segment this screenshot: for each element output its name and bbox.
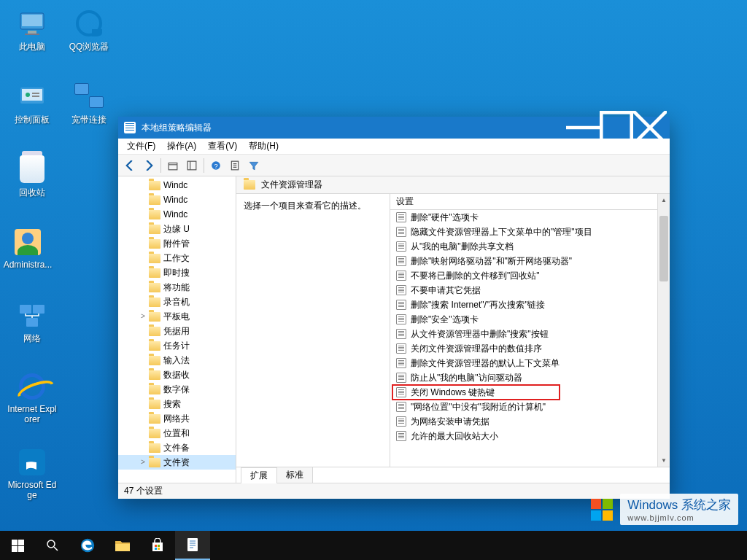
- svg-point-6: [26, 93, 30, 97]
- menu-item[interactable]: 帮助(H): [243, 139, 285, 154]
- panel-title: 文件资源管理器: [261, 179, 322, 191]
- policy-icon: [396, 256, 406, 266]
- column-header[interactable]: 设置: [390, 194, 670, 210]
- tree-node[interactable]: 网络共: [118, 411, 236, 426]
- policy-item[interactable]: 删除"映射网络驱动器"和"断开网络驱动器": [390, 254, 670, 268]
- properties-button[interactable]: [226, 157, 244, 174]
- policy-icon: [396, 212, 406, 222]
- filter-button[interactable]: [245, 157, 263, 174]
- policy-item[interactable]: 允许的最大回收站大小: [390, 429, 670, 443]
- svg-rect-8: [32, 96, 39, 97]
- tree-node[interactable]: 数字保: [118, 382, 236, 397]
- tree-node[interactable]: 搜索: [118, 397, 236, 411]
- maximize-button[interactable]: [600, 117, 633, 139]
- policy-item[interactable]: 从"我的电脑"删除共享文档: [390, 239, 670, 254]
- menu-item[interactable]: 文件(F): [121, 139, 161, 154]
- policy-item[interactable]: 隐藏文件资源管理器上下文菜单中的"管理"项目: [390, 225, 670, 239]
- svg-rect-24: [187, 538, 198, 551]
- tab-standard[interactable]: 标准: [276, 467, 313, 483]
- scroll-up-icon[interactable]: ▲: [658, 194, 670, 206]
- tree-node[interactable]: 文件备: [118, 440, 236, 455]
- tree-node[interactable]: 边缘 U: [118, 222, 236, 236]
- svg-rect-3: [25, 34, 39, 35]
- desktop-icon-qq[interactable]: QQ浏览器: [63, 9, 115, 53]
- menu-item[interactable]: 操作(A): [161, 139, 202, 154]
- policy-icon: [396, 314, 406, 324]
- desktop-icon-admin[interactable]: Administra...: [1, 228, 54, 270]
- scroll-down-icon[interactable]: ▼: [658, 454, 670, 467]
- svg-rect-2: [28, 31, 36, 34]
- tree-node[interactable]: 位置和: [118, 426, 236, 440]
- policy-icon: [396, 329, 406, 339]
- policy-item[interactable]: 为网络安装申请凭据: [390, 414, 670, 429]
- watermark: Windows 系统之家 www.bjjmlv.com: [591, 494, 738, 525]
- menubar: 文件(F)操作(A)查看(V)帮助(H): [118, 139, 670, 155]
- policy-icon: [396, 343, 406, 354]
- close-button[interactable]: [633, 117, 667, 139]
- tree-node[interactable]: >文件资: [118, 455, 236, 470]
- policy-item[interactable]: 删除"安全"选项卡: [390, 312, 670, 327]
- taskbar-gpedit[interactable]: [175, 531, 210, 560]
- start-button[interactable]: [0, 531, 35, 560]
- tree-node[interactable]: Windc: [118, 178, 236, 192]
- policy-item[interactable]: 关闭 Windows 键热键: [390, 385, 670, 400]
- status-bar: 47 个设置: [118, 483, 670, 499]
- desktop-icon-trash[interactable]: 回收站: [6, 155, 58, 199]
- policy-item[interactable]: 关闭文件资源管理器中的数值排序: [390, 341, 670, 356]
- tree-pane[interactable]: WindcWindcWindc边缘 U附件管工作文即时搜将功能录音机>平板电凭据…: [118, 176, 236, 483]
- tree-node[interactable]: 即时搜: [118, 265, 236, 280]
- desktop-icon-conn[interactable]: 宽带连接: [63, 82, 115, 126]
- tree-node[interactable]: Windc: [118, 207, 236, 222]
- desktop-icon-ctrl[interactable]: 控制面板: [6, 82, 58, 126]
- taskbar-store[interactable]: [140, 531, 175, 560]
- policy-item[interactable]: 删除"搜索 Internet"/"再次搜索"链接: [390, 298, 670, 312]
- titlebar[interactable]: 本地组策略编辑器: [118, 117, 670, 139]
- policy-item[interactable]: 防止从"我的电脑"访问驱动器: [390, 370, 670, 385]
- tree-node[interactable]: 将功能: [118, 280, 236, 295]
- minimize-button[interactable]: [566, 117, 600, 139]
- tree-node[interactable]: 附件管: [118, 236, 236, 251]
- taskbar-edge[interactable]: [70, 531, 105, 560]
- desktop-icon-net[interactable]: 网络: [6, 300, 58, 345]
- svg-rect-13: [169, 163, 177, 169]
- tree-node[interactable]: 任务计: [118, 338, 236, 353]
- policy-icon: [396, 402, 406, 412]
- policy-item[interactable]: 删除"硬件"选项卡: [390, 210, 670, 225]
- up-button[interactable]: [164, 157, 182, 174]
- toolbar: ?: [118, 155, 670, 176]
- scrollbar[interactable]: ▲ ▼: [657, 194, 670, 467]
- tree-node[interactable]: 工作文: [118, 251, 236, 265]
- svg-rect-21: [158, 545, 160, 547]
- taskbar: [0, 531, 747, 560]
- show-hide-tree-button[interactable]: [183, 157, 201, 174]
- tab-extended[interactable]: 扩展: [241, 467, 277, 483]
- tree-node[interactable]: 录音机: [118, 295, 236, 309]
- back-button[interactable]: [121, 157, 139, 174]
- policy-item[interactable]: 不要申请其它凭据: [390, 283, 670, 298]
- tree-node[interactable]: >平板电: [118, 309, 236, 324]
- menu-item[interactable]: 查看(V): [202, 139, 243, 154]
- policy-icon: [396, 373, 406, 383]
- policy-item[interactable]: 从文件资源管理器中删除"搜索"按钮: [390, 327, 670, 341]
- svg-rect-1: [22, 15, 42, 26]
- windows-logo-icon: [591, 499, 613, 521]
- policy-item[interactable]: 删除文件资源管理器的默认上下文菜单: [390, 356, 670, 370]
- policy-icon: [396, 271, 406, 281]
- settings-list-pane: 设置 删除"硬件"选项卡隐藏文件资源管理器上下文菜单中的"管理"项目从"我的电脑…: [390, 194, 670, 467]
- desktop-icon-pc[interactable]: 此电脑: [6, 9, 58, 53]
- policy-item[interactable]: "网络位置"中没有"我附近的计算机": [390, 400, 670, 414]
- search-button[interactable]: [35, 531, 70, 560]
- taskbar-explorer[interactable]: [105, 531, 140, 560]
- policy-item[interactable]: 不要将已删除的文件移到"回收站": [390, 268, 670, 283]
- tree-node[interactable]: 输入法: [118, 353, 236, 368]
- scroll-thumb[interactable]: [659, 216, 668, 281]
- svg-rect-9: [20, 305, 31, 314]
- svg-rect-23: [158, 548, 160, 550]
- help-button[interactable]: ?: [207, 157, 225, 174]
- desktop-icon-ie[interactable]: Internet Explorer: [6, 372, 58, 424]
- forward-button[interactable]: [140, 157, 158, 174]
- tree-node[interactable]: 凭据用: [118, 324, 236, 338]
- tree-node[interactable]: Windc: [118, 192, 236, 207]
- tree-node[interactable]: 数据收: [118, 368, 236, 382]
- desktop-icon-edge[interactable]: Microsoft Edge: [6, 448, 58, 500]
